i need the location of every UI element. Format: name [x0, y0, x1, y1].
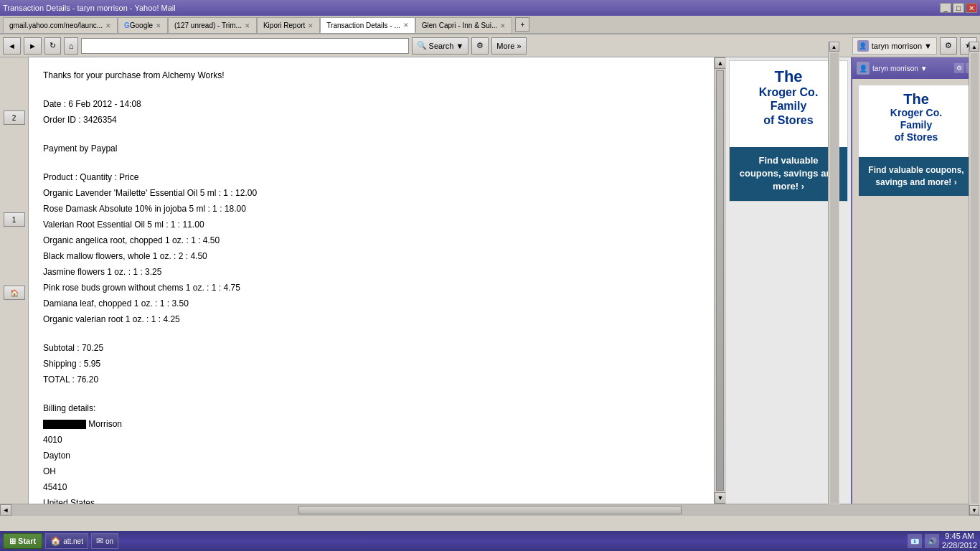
- order-value: 3426354: [83, 115, 117, 125]
- main-content-area: 2 1 🏠 Thanks for your purchase from Alch…: [0, 57, 980, 504]
- user-info-bar: 👤 taryn morrison ▼: [852, 37, 937, 55]
- options-button[interactable]: ⚙: [471, 37, 489, 55]
- product-line-item: Black mallow flowers, whole 1 oz. : 2 : …: [43, 250, 699, 263]
- back-button[interactable]: ◄: [3, 37, 21, 55]
- new-tab-button[interactable]: +: [515, 17, 529, 32]
- h-scroll-left-button[interactable]: ◄: [0, 504, 11, 516]
- ad-scroll-thumb[interactable]: [830, 57, 839, 504]
- right-sidebar-username: taryn morrison ▼: [872, 65, 928, 72]
- taskbar-tray-icon-1: 📧: [908, 534, 922, 548]
- toolbar-gear-button[interactable]: ⚙: [940, 37, 957, 55]
- maximize-button[interactable]: □: [953, 3, 964, 13]
- search-icon: 🔍: [417, 41, 427, 50]
- clock-date: 2/28/2012: [942, 541, 977, 550]
- right-sidebar-header: 👤 taryn morrison ▼ ⚙ ▼: [852, 57, 980, 79]
- tab-google-close[interactable]: ✕: [156, 22, 161, 29]
- user-avatar-icon: 👤: [857, 40, 869, 52]
- search-button[interactable]: 🔍 Search ▼: [412, 37, 469, 55]
- minimize-button[interactable]: _: [940, 3, 951, 13]
- tab-bar: gmail.yahoo.com/neo/launc... ✕ G Google …: [0, 16, 980, 34]
- order-label: Order ID :: [43, 115, 81, 125]
- billing-address1-line: 4010: [43, 433, 699, 446]
- scroll-thumb[interactable]: [716, 70, 724, 491]
- home-button[interactable]: ⌂: [64, 37, 79, 55]
- right-sidebar: 👤 taryn morrison ▼ ⚙ ▼ The Kroger Co.Fam…: [851, 57, 980, 504]
- product-line-item: Organic valerian root 1 oz. : 1 : 4.25: [43, 313, 699, 326]
- date-value: 6 Feb 2012 - 14:08: [68, 99, 141, 109]
- tab-transaction-close[interactable]: ✕: [403, 22, 409, 29]
- payment-line: Payment by Paypal: [43, 142, 699, 155]
- right-sidebar-user: 👤 taryn morrison ▼: [857, 62, 928, 75]
- product-line-item: Organic angelica root, chopped 1 oz. : 1…: [43, 234, 699, 247]
- email-body: Thanks for your purchase from Alchemy Wo…: [43, 69, 699, 504]
- kroger-ad-right[interactable]: The Kroger Co.Familyof Stores Find valua…: [858, 85, 974, 197]
- tab-0-label: gmail.yahoo.com/neo/launc...: [9, 22, 103, 29]
- product-line-item: Organic Lavender 'Mailette' Essential Oi…: [43, 187, 699, 199]
- tab-report[interactable]: Kipori Report ✕: [257, 17, 320, 33]
- tab-transaction[interactable]: Transaction Details - ... ✕: [320, 17, 415, 33]
- side-icon-1[interactable]: 🏠: [4, 286, 25, 300]
- shipping-line: Shipping : 5.95: [43, 357, 699, 370]
- tab-glen[interactable]: Glen Capri - Inn & Sui... ✕: [415, 17, 513, 33]
- browser-window: Transaction Details - taryn morrison - Y…: [0, 0, 980, 551]
- email-scrollbar[interactable]: ▲ ▼: [714, 57, 725, 504]
- taskbar-item-email[interactable]: ✉ on: [91, 533, 118, 549]
- greeting-text: Thanks for your purchase from Alchemy Wo…: [43, 69, 699, 82]
- kroger-ad-right-top: The Kroger Co.Familyof Stores: [859, 85, 974, 157]
- taskbar-tray-icon-2: 🔊: [925, 534, 939, 548]
- kroger-right-cta[interactable]: Find valuable coupons, savings and more!…: [859, 157, 974, 196]
- product-line-item: Rose Damask Absolute 10% in jojoba 5 ml …: [43, 202, 699, 215]
- product-line-item: Valerian Root Essential Oil 5 ml : 1 : 1…: [43, 218, 699, 231]
- tab-google-label: G: [124, 22, 130, 29]
- tab-glen-close[interactable]: ✕: [500, 22, 506, 29]
- tab-0-close[interactable]: ✕: [105, 22, 111, 29]
- horizontal-scrollbar: ◄ ►: [0, 504, 980, 515]
- user-name-label: taryn morrison ▼: [872, 42, 932, 50]
- tab-google-text: Google: [130, 22, 153, 29]
- product-list: Organic Lavender 'Mailette' Essential Oi…: [43, 187, 699, 326]
- forward-button[interactable]: ►: [24, 37, 42, 55]
- billing-zip-line: 45410: [43, 481, 699, 494]
- order-line: Order ID : 3426354: [43, 113, 699, 126]
- tab-report-close[interactable]: ✕: [308, 22, 314, 29]
- shipping-value: 5.95: [84, 359, 100, 369]
- status-bar: [0, 515, 980, 531]
- search-label: Search: [429, 42, 454, 50]
- taskbar-att-label: att.net: [63, 537, 83, 545]
- product-line-item: Pink rose buds grown without chems 1 oz.…: [43, 281, 699, 294]
- kroger-right-subtitle: Kroger Co.Familyof Stores: [890, 107, 942, 143]
- subtotal-label: Subtotal :: [43, 343, 80, 353]
- address-bar[interactable]: [81, 38, 408, 54]
- taskbar-item-att[interactable]: 🏠 att.net: [45, 533, 88, 549]
- more-button[interactable]: More »: [491, 37, 526, 55]
- close-button[interactable]: ✕: [966, 3, 977, 13]
- right-scroll-thumb[interactable]: [971, 57, 979, 504]
- scroll-up-button[interactable]: ▲: [715, 57, 726, 69]
- taskbar-clock: 9:45 AM 2/28/2012: [942, 532, 977, 550]
- product-line-item: Jasmine flowers 1 oz. : 1 : 3.25: [43, 265, 699, 278]
- collapse-btn-1[interactable]: 2: [4, 110, 25, 125]
- email-pane: Thanks for your purchase from Alchemy Wo…: [29, 57, 714, 504]
- start-button[interactable]: ⊞ Start: [3, 533, 42, 549]
- scroll-down-button[interactable]: ▼: [715, 492, 726, 504]
- h-scroll-thumb[interactable]: [298, 506, 682, 514]
- tab-0[interactable]: gmail.yahoo.com/neo/launc... ✕: [3, 17, 118, 33]
- tab-mail-label: (127 unread) - Trim...: [174, 22, 242, 29]
- tab-transaction-label: Transaction Details - ...: [326, 22, 400, 29]
- tab-mail-close[interactable]: ✕: [245, 22, 250, 29]
- tab-mail[interactable]: (127 unread) - Trim... ✕: [168, 17, 257, 33]
- right-sidebar-gear-icon[interactable]: ⚙: [954, 63, 964, 73]
- browser-title: Transaction Details - taryn morrison - Y…: [3, 4, 176, 12]
- search-dropdown-icon: ▼: [456, 42, 463, 50]
- kroger-the-label: The: [774, 68, 802, 85]
- subtotal-value: 70.25: [82, 343, 103, 353]
- ad-scrollbar[interactable]: ▲ ▼: [828, 57, 839, 504]
- title-bar: Transaction Details - taryn morrison - Y…: [0, 0, 980, 16]
- tab-report-label: Kipori Report: [263, 22, 305, 29]
- h-scroll-track: [11, 504, 969, 516]
- tab-google[interactable]: G Google ✕: [118, 17, 168, 33]
- collapse-btn-2[interactable]: 1: [4, 212, 25, 227]
- kroger-subtitle: Kroger Co.Familyof Stores: [759, 85, 819, 127]
- right-scrollbar[interactable]: ▲ ▼: [969, 57, 980, 504]
- refresh-button[interactable]: ↻: [44, 37, 61, 55]
